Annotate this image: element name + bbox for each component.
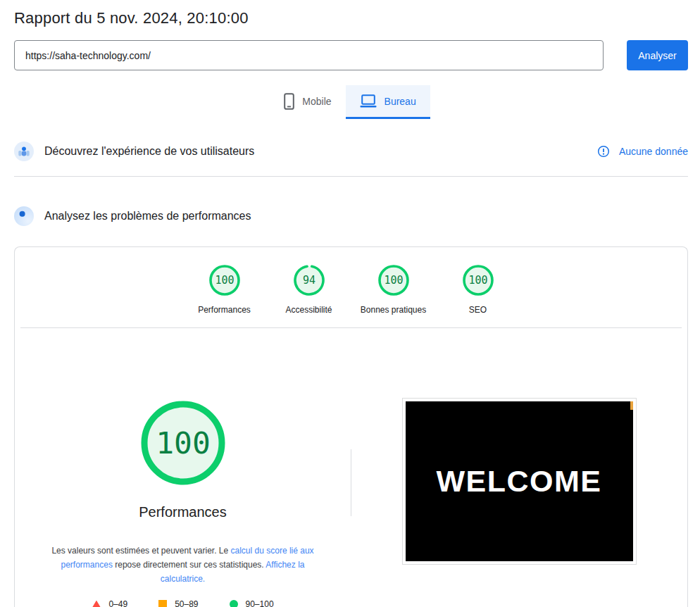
lighthouse-report-card: 100Performances94Accessibilité100Bonnes … <box>14 246 688 607</box>
fail-triangle-icon <box>92 601 101 607</box>
legend-fail: 0–49 <box>92 599 127 607</box>
category-gauge-bonnes-pratiques[interactable]: 100Bonnes pratiques <box>351 265 436 315</box>
url-input[interactable] <box>14 40 604 70</box>
svg-text:94: 94 <box>302 274 315 287</box>
category-gauge-performances[interactable]: 100Performances <box>182 265 267 315</box>
lab-data-title: Analysez les problèmes de performances <box>44 210 688 223</box>
description-text: Les valeurs sont estimées et peuvent var… <box>51 546 230 556</box>
tab-bureau[interactable]: Bureau <box>346 85 430 119</box>
svg-text:100: 100 <box>215 274 234 287</box>
info-icon <box>597 145 610 158</box>
performance-title: Performances <box>139 504 227 520</box>
laptop-icon <box>360 94 377 108</box>
column-divider <box>351 449 351 516</box>
category-label: Accessibilité <box>285 305 332 315</box>
legend-average: 50–89 <box>158 599 198 607</box>
category-label: SEO <box>469 305 487 315</box>
score-legend: 0–49 50–89 90–100 <box>92 599 273 607</box>
performance-columns: 100 Performances Les valeurs sont estimé… <box>15 328 687 607</box>
performance-summary: 100 Performances Les valeurs sont estimé… <box>15 328 351 607</box>
category-gauge-accessibilit-[interactable]: 94Accessibilité <box>267 265 351 315</box>
category-label: Performances <box>198 305 251 315</box>
lab-data-row: Analysez les problèmes de performances <box>14 177 688 244</box>
field-data-status[interactable]: Aucune donnée <box>597 145 688 158</box>
svg-text:100: 100 <box>384 274 403 287</box>
tab-bureau-label: Bureau <box>385 96 416 107</box>
legend-range: 0–49 <box>108 599 127 607</box>
field-data-row: Découvrez l'expérience de vos utilisateu… <box>14 119 688 177</box>
page-title: Rapport du 5 nov. 2024, 20:10:00 <box>14 9 687 27</box>
pass-circle-icon <box>230 600 238 607</box>
url-bar: Analyser <box>14 40 688 70</box>
no-data-link[interactable]: Aucune donnée <box>619 146 688 157</box>
final-screenshot: WELCOME <box>406 401 633 561</box>
average-square-icon <box>158 600 167 607</box>
smartphone-icon <box>284 93 294 110</box>
performance-description: Les valeurs sont estimées et peuvent var… <box>41 544 325 586</box>
analyze-button[interactable]: Analyser <box>627 40 688 70</box>
svg-text:100: 100 <box>468 274 487 287</box>
description-text: repose directement sur ces statistiques. <box>113 560 265 570</box>
category-gauge-seo[interactable]: 100SEO <box>436 265 520 315</box>
screenshot-scrollbar <box>630 401 633 410</box>
gauge-dot-icon <box>14 206 34 226</box>
users-icon <box>14 142 34 161</box>
category-label: Bonnes pratiques <box>361 305 426 315</box>
final-screenshot-frame: WELCOME <box>402 398 637 565</box>
legend-range: 50–89 <box>175 599 198 607</box>
tab-mobile[interactable]: Mobile <box>270 85 345 119</box>
screenshot-welcome-text: WELCOME <box>436 464 601 499</box>
category-gauges: 100Performances94Accessibilité100Bonnes … <box>15 247 687 315</box>
screenshot-panel: WELCOME <box>351 328 687 607</box>
performance-score: 100 <box>156 425 211 461</box>
legend-pass: 90–100 <box>230 599 274 607</box>
tab-mobile-label: Mobile <box>302 96 331 107</box>
performance-gauge: 100 <box>141 401 225 485</box>
field-data-title: Découvrez l'expérience de vos utilisateu… <box>44 145 597 158</box>
device-tabs: Mobile Bureau <box>0 85 700 119</box>
legend-range: 90–100 <box>246 599 274 607</box>
